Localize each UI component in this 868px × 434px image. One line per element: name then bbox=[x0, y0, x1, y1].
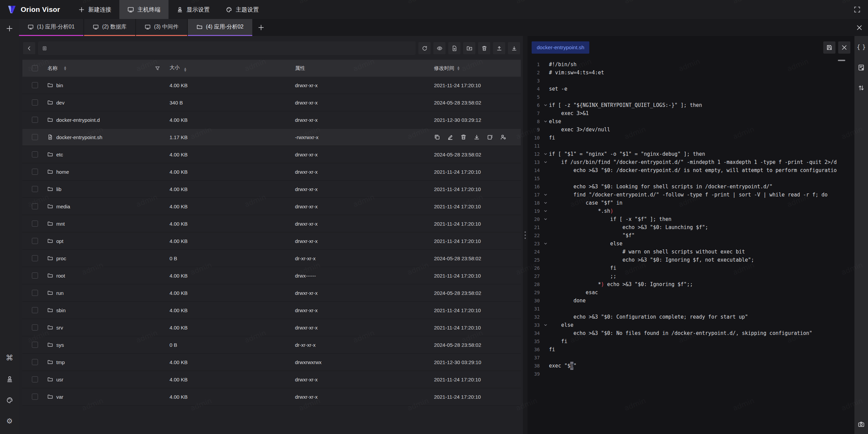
brand[interactable]: Orion Visor bbox=[0, 0, 70, 19]
file-row-srv[interactable]: srv4.00 KBdrwxr-xr-x2021-11-24 17:20:10 bbox=[22, 319, 521, 336]
edit-action-icon[interactable] bbox=[447, 134, 453, 140]
upload-button[interactable] bbox=[493, 42, 505, 54]
row-checkbox[interactable] bbox=[32, 117, 38, 123]
menu-item-2[interactable]: 主机终端 bbox=[119, 0, 169, 19]
file-row-lib[interactable]: lib4.00 KBdrwxr-xr-x2021-11-24 17:20:10 bbox=[22, 181, 521, 198]
terminal-tab-2[interactable]: (2) 数据库 bbox=[84, 19, 135, 36]
file-name[interactable]: media bbox=[56, 204, 70, 209]
code-line-13[interactable]: 13 if /usr/bin/find "/docker-entrypoint.… bbox=[528, 158, 854, 166]
file-row-bin[interactable]: bin4.00 KBdrwxr-xr-x2021-11-24 17:20:10 bbox=[22, 77, 521, 94]
code-line-17[interactable]: 17 find "/docker-entrypoint.d/" -follow … bbox=[528, 191, 854, 199]
code-line-30[interactable]: 30 done bbox=[528, 297, 854, 305]
code-line-21[interactable]: 21 echo >&3 "$0: Launching $f"; bbox=[528, 223, 854, 231]
row-checkbox[interactable] bbox=[32, 376, 38, 382]
row-checkbox[interactable] bbox=[32, 324, 38, 331]
code-line-16[interactable]: 16 echo >&3 "$0: Looking for shell scrip… bbox=[528, 183, 854, 191]
code-line-29[interactable]: 29 esac bbox=[528, 288, 854, 297]
code-line-8[interactable]: 8else bbox=[528, 117, 854, 126]
fold-gutter[interactable] bbox=[542, 240, 549, 248]
code-line-19[interactable]: 19 *.sh) bbox=[528, 207, 854, 215]
file-name[interactable]: sys bbox=[56, 342, 64, 348]
code-line-20[interactable]: 20 if [ -x "$f" ]; then bbox=[528, 215, 854, 223]
file-row-docker-entrypoint.d[interactable]: docker-entrypoint.d4.00 KBdrwxr-xr-x2021… bbox=[22, 111, 521, 129]
code-line-14[interactable]: 14 echo >&3 "$0: /docker-entrypoint.d/ i… bbox=[528, 166, 854, 174]
file-name[interactable]: root bbox=[56, 273, 65, 279]
row-checkbox[interactable] bbox=[32, 203, 38, 209]
file-name[interactable]: tmp bbox=[56, 359, 65, 365]
fold-gutter[interactable] bbox=[542, 215, 549, 223]
code-line-27[interactable]: 27 ;; bbox=[528, 272, 854, 280]
sort-name[interactable]: ▲▼ bbox=[64, 66, 66, 71]
file-row-var[interactable]: var4.00 KBdrwxr-xr-x2021-11-24 17:20:10 bbox=[22, 388, 521, 405]
file-row-media[interactable]: media4.00 KBdrwxr-xr-x2021-11-24 17:20:1… bbox=[22, 198, 521, 215]
file-row-docker-entrypoint.sh[interactable]: docker-entrypoint.sh1.17 KB-rwxrwxr-x bbox=[22, 129, 521, 146]
code-line-35[interactable]: 35 fi bbox=[528, 337, 854, 345]
code-line-34[interactable]: 34 echo >&3 "$0: No files found in /dock… bbox=[528, 329, 854, 337]
file-row-dev[interactable]: dev340 Bdrwxr-xr-x2024-05-28 23:58:02 bbox=[22, 94, 521, 111]
fold-gutter[interactable] bbox=[542, 199, 549, 207]
scrollbar-thumb[interactable] bbox=[838, 60, 845, 61]
fold-gutter[interactable] bbox=[542, 117, 549, 126]
file-row-etc[interactable]: etc4.00 KBdrwxr-xr-x2024-05-28 23:58:02 bbox=[22, 146, 521, 163]
file-name[interactable]: dev bbox=[56, 100, 64, 106]
swap-arrows-button[interactable] bbox=[856, 83, 866, 93]
code-line-12[interactable]: 12if [ "$1" = "nginx" -o "$1" = "nginx-d… bbox=[528, 150, 854, 158]
file-name[interactable]: docker-entrypoint.d bbox=[56, 117, 100, 123]
palette-button[interactable] bbox=[3, 394, 16, 406]
select-all-checkbox[interactable] bbox=[32, 65, 38, 71]
code-line-36[interactable]: 36fi bbox=[528, 345, 854, 354]
file-name[interactable]: run bbox=[56, 290, 64, 296]
code-line-15[interactable]: 15 bbox=[528, 174, 854, 183]
code-line-18[interactable]: 18 case "$f" in bbox=[528, 199, 854, 207]
code-line-2[interactable]: 2# vim:sw=4:ts=4:et bbox=[528, 69, 854, 77]
close-editor-button[interactable] bbox=[838, 41, 850, 54]
permissions-action-icon[interactable] bbox=[500, 134, 506, 140]
code-line-32[interactable]: 32 echo >&3 "$0: Configuration complete;… bbox=[528, 313, 854, 321]
path-input[interactable] bbox=[50, 45, 412, 52]
code-line-4[interactable]: 4set -e bbox=[528, 85, 854, 93]
column-size[interactable]: 大小 bbox=[170, 64, 180, 70]
row-checkbox[interactable] bbox=[32, 359, 38, 365]
row-checkbox[interactable] bbox=[32, 151, 38, 157]
refresh-button[interactable] bbox=[418, 42, 431, 54]
code-line-9[interactable]: 9 exec 3>/dev/null bbox=[528, 126, 854, 134]
code-line-11[interactable]: 11 bbox=[528, 142, 854, 150]
sort-size[interactable]: ▲▼ bbox=[184, 67, 186, 72]
fold-gutter[interactable] bbox=[542, 158, 549, 166]
column-time[interactable]: 修改时间 bbox=[434, 65, 454, 72]
copy-action-icon[interactable] bbox=[434, 134, 440, 140]
menu-item-4[interactable]: 主题设置 bbox=[218, 0, 267, 19]
code-line-24[interactable]: 24 # warn on shell scripts without exec … bbox=[528, 248, 854, 256]
row-checkbox[interactable] bbox=[32, 290, 38, 296]
doc-bookmark-button[interactable] bbox=[856, 62, 866, 73]
row-checkbox[interactable] bbox=[32, 394, 38, 400]
move-action-icon[interactable] bbox=[487, 134, 493, 140]
download-action-icon[interactable] bbox=[474, 134, 480, 140]
new-tab-button[interactable] bbox=[253, 19, 269, 36]
file-name[interactable]: proc bbox=[56, 256, 66, 261]
fold-gutter[interactable] bbox=[542, 101, 549, 109]
row-checkbox[interactable] bbox=[32, 169, 38, 175]
row-checkbox[interactable] bbox=[32, 82, 38, 88]
code-line-5[interactable]: 5 bbox=[528, 93, 854, 101]
editor-file-tab[interactable]: docker-entrypoint.sh bbox=[532, 41, 589, 54]
fold-gutter[interactable] bbox=[542, 321, 549, 329]
file-row-sbin[interactable]: sbin4.00 KBdrwxr-xr-x2021-11-24 17:20:10 bbox=[22, 302, 521, 319]
file-name[interactable]: lib bbox=[56, 186, 61, 192]
code-editor[interactable]: 1#!/bin/sh2# vim:sw=4:ts=4:et34set -e56i… bbox=[528, 59, 854, 434]
code-line-1[interactable]: 1#!/bin/sh bbox=[528, 60, 854, 69]
gear-button[interactable]: ⚙ bbox=[3, 415, 16, 427]
file-row-run[interactable]: run4.00 KBdrwxr-xr-x2024-05-28 23:58:02 bbox=[22, 284, 521, 302]
code-line-26[interactable]: 26 fi bbox=[528, 264, 854, 272]
fold-gutter[interactable] bbox=[542, 207, 549, 215]
trash-action-icon[interactable] bbox=[460, 134, 467, 140]
code-line-7[interactable]: 7 exec 3>&1 bbox=[528, 109, 854, 117]
file-name[interactable]: usr bbox=[56, 377, 63, 382]
row-checkbox[interactable] bbox=[32, 272, 38, 279]
fold-gutter[interactable] bbox=[542, 191, 549, 199]
code-line-22[interactable]: 22 "$f" bbox=[528, 231, 854, 240]
file-row-opt[interactable]: opt4.00 KBdrwxr-xr-x2021-11-24 17:20:10 bbox=[22, 232, 521, 250]
braces-button[interactable]: { } bbox=[856, 42, 866, 52]
code-line-3[interactable]: 3 bbox=[528, 77, 854, 85]
code-line-33[interactable]: 33 else bbox=[528, 321, 854, 329]
